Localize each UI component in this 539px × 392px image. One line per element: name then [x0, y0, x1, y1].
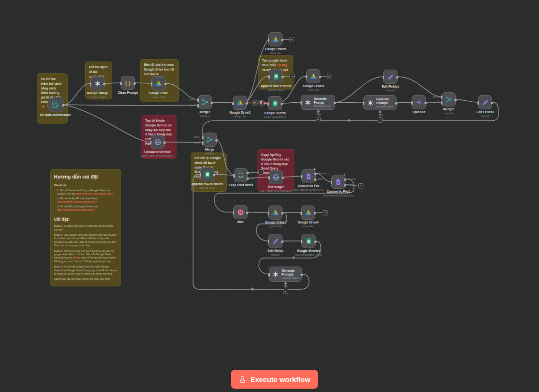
node-edit-fields1[interactable]: Edit Fields1manual: [383, 70, 398, 84]
instructions-link[interactable]: https://aistudio.google.com/apikey: [57, 208, 95, 211]
node-merge1[interactable]: Merge1combineInput 1Input 2: [198, 95, 212, 109]
output-port[interactable]: [247, 178, 249, 180]
output-port[interactable]: [344, 178, 346, 181]
output-port[interactable]: [281, 241, 283, 243]
output-port[interactable]: [300, 274, 303, 276]
output-port[interactable]: [215, 139, 218, 142]
input-port[interactable]: [306, 75, 307, 79]
output-port[interactable]: [344, 184, 346, 187]
output-port[interactable]: [314, 173, 317, 175]
input-port[interactable]: [383, 76, 384, 79]
add-node-button[interactable]: +: [252, 100, 257, 106]
output-port[interactable]: [282, 76, 284, 78]
input-port[interactable]: [202, 142, 203, 145]
output-port[interactable]: [163, 142, 166, 144]
output-port[interactable]: [246, 102, 248, 105]
node-append-row-in-sheet[interactable]: Append row in sheetappend: sheet: [269, 69, 283, 83]
input-port[interactable]: [197, 104, 199, 107]
node-convert-to-file[interactable]: Convert to FileMove Base64 String to Fil…: [301, 169, 316, 183]
add-node-endpoint[interactable]: +: [290, 74, 295, 79]
node-append-row-in-sheet1[interactable]: Append row in sheet1append: sheet: [200, 167, 214, 181]
input-port[interactable]: [233, 211, 234, 214]
workflow-canvas[interactable]: Execute workflow Có thể tạo thêm bối cản…: [0, 0, 539, 392]
output-port[interactable]: [424, 102, 427, 104]
node-google-drive4[interactable]: Google Drive4share: file: [301, 205, 315, 220]
input-port[interactable]: [441, 96, 442, 99]
node-loop-over-items[interactable]: Loop Over Itemsdoneloop: [234, 168, 248, 182]
node-google-sheets1[interactable]: Google Sheets1appendOrUpdate: sheet: [301, 234, 316, 248]
input-port[interactable]: [202, 136, 203, 139]
output-port[interactable]: [314, 241, 317, 243]
node-google-sheets[interactable]: Google Sheetscreate: spreadsheet: [268, 96, 282, 110]
output-port[interactable]: [314, 212, 316, 214]
add-tool-endpoint[interactable]: +: [283, 289, 288, 294]
node-convert-to-file1[interactable]: Convert to File1Move Base64 String to Fi…: [331, 175, 345, 189]
sticky-note-instructions[interactable]: Hướng dẫn cài đặtChuẩn bị:1. Kết nối Cre…: [50, 169, 121, 286]
input-port[interactable]: [331, 181, 332, 184]
output-port[interactable]: [164, 83, 167, 85]
output-port[interactable]: [62, 104, 64, 107]
input-port[interactable]: [411, 101, 413, 105]
input-port[interactable]: [151, 82, 152, 86]
node-google-drive3[interactable]: Google Drive3move: file: [306, 69, 320, 83]
output-port[interactable]: [282, 177, 284, 179]
output-port[interactable]: [213, 174, 215, 176]
node-wait[interactable]: Wait: [233, 205, 247, 219]
output-port[interactable]: [491, 102, 493, 104]
node-get-image[interactable]: Get Image!POST: https://generativelang..…: [269, 170, 283, 184]
node-google-drive[interactable]: Google Drivecreate: folder: [151, 76, 166, 90]
input-port[interactable]: [300, 212, 302, 215]
node-edit-fields3[interactable]: Edit Fields3manual: [478, 95, 492, 109]
add-tool-endpoint[interactable]: +: [378, 117, 383, 123]
output-port[interactable]: [334, 102, 336, 104]
output-port[interactable]: [319, 76, 321, 78]
node-google-drive1[interactable]: Google Drive1upload: file: [268, 205, 283, 220]
instructions-link[interactable]: https://platform.openai.com/api-keys: [57, 200, 97, 203]
output-port[interactable]: [396, 76, 398, 79]
output-port[interactable]: [246, 212, 248, 214]
input-port[interactable]: [441, 101, 442, 105]
input-port[interactable]: [120, 82, 122, 85]
input-port[interactable]: [268, 176, 270, 179]
node-merge[interactable]: MergecombineInput 1Input 2: [203, 133, 217, 147]
add-node-endpoint[interactable]: +: [323, 210, 328, 215]
input-port[interactable]: [268, 75, 270, 79]
node-google-drive5[interactable]: Google Drive5share: file: [268, 32, 283, 46]
input-port[interactable]: [268, 212, 269, 215]
output-port[interactable]: [133, 82, 136, 85]
add-tool-endpoint[interactable]: +: [316, 117, 321, 122]
instructions-link[interactable]: https://console.cloud.google.com/: [75, 192, 113, 195]
add-node-endpoint[interactable]: +: [258, 169, 264, 175]
input-port[interactable]: [197, 98, 199, 102]
input-port[interactable]: [233, 174, 235, 178]
add-node-endpoint[interactable]: +: [289, 37, 294, 42]
node-generate-prompt2[interactable]: Generate Prompt2Message Model: [363, 95, 397, 110]
output-port[interactable]: [247, 172, 249, 174]
output-port[interactable]: [395, 102, 398, 105]
input-port[interactable]: [301, 175, 302, 178]
instructions-link[interactable]: tại đây: [73, 256, 80, 259]
input-port[interactable]: [150, 141, 151, 144]
output-port[interactable]: [281, 103, 283, 105]
input-port[interactable]: [200, 173, 201, 177]
node-upload-to-gemini[interactable]: Upload to Gemini!POST: https://generativ…: [150, 135, 165, 149]
input-port[interactable]: [232, 102, 234, 105]
add-node-endpoint[interactable]: +: [358, 183, 363, 188]
input-port[interactable]: [90, 82, 91, 86]
delete-connection-button[interactable]: [258, 100, 264, 106]
node-generate-prompt1[interactable]: Generate Prompt1Message Model: [269, 267, 302, 282]
node-google-drive2[interactable]: Google Drive2upload: file: [233, 96, 247, 110]
output-port[interactable]: [103, 83, 106, 85]
node-edit-fields[interactable]: Edit Fieldsmanual: [268, 234, 283, 248]
execute-workflow-button[interactable]: Execute workflow: [231, 370, 318, 389]
input-port[interactable]: [268, 38, 269, 42]
node-split-out[interactable]: Split Out: [412, 95, 426, 109]
input-port[interactable]: [268, 240, 269, 243]
node-generate-prompt[interactable]: Generate PromptMessage Model: [301, 95, 335, 110]
output-port[interactable]: [314, 178, 317, 181]
output-port[interactable]: [454, 99, 457, 101]
node-merge2[interactable]: Merge2combineInput 1Input 2: [442, 92, 456, 107]
input-port[interactable]: [363, 102, 364, 105]
output-port[interactable]: [211, 102, 213, 104]
sticky-link[interactable]: Tại đây: [277, 63, 287, 67]
